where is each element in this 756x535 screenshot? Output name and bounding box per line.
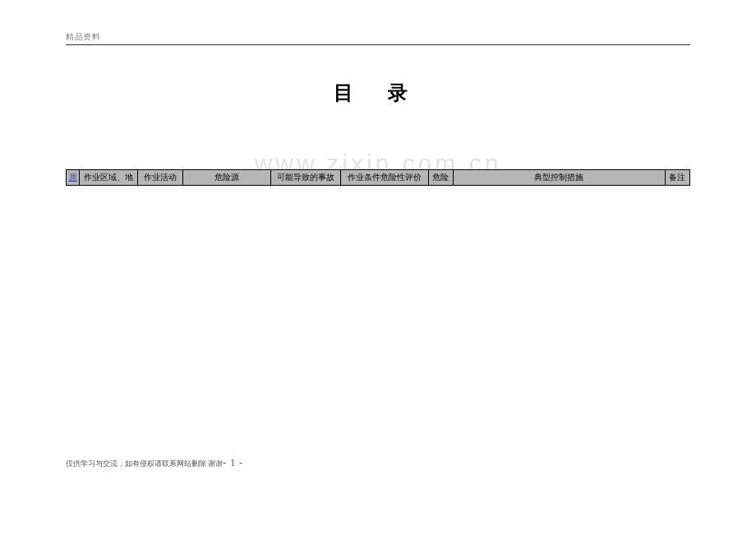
footer-text: 仅供学习与交流，如有侵权请联系网站删除 谢谢- 1 - [66,459,243,468]
footer-message: 仅供学习与交流，如有侵权请联系网站删除 谢谢 [66,459,223,468]
page-suffix: - [236,457,243,468]
contents-table: 原 作业区域、地 作业活动 危险源 可能导致的事故 作业条件危险性评价 危险 典… [66,169,690,186]
page-header: 精品资料 [0,0,756,48]
table-header-cell-evaluation: 作业条件危险性评价 [341,170,428,186]
table-header-cell-link[interactable]: 原 [67,170,80,186]
table-container: 原 作业区域、地 作业活动 危险源 可能导致的事故 作业条件危险性评价 危险 典… [66,169,690,186]
header-divider [66,44,690,45]
table-header-row: 原 作业区域、地 作业活动 危险源 可能导致的事故 作业条件危险性评价 危险 典… [67,170,690,186]
table-header-cell-hazard: 危险源 [183,170,270,186]
table-header-cell-measures: 典型控制措施 [453,170,665,186]
title-area: 目 录 [0,80,756,106]
table-header-cell-activity: 作业活动 [137,170,183,186]
header-label: 精品资料 [66,31,690,43]
table-header-cell-risk: 危险 [428,170,453,186]
page-footer: 仅供学习与交流，如有侵权请联系网站删除 谢谢- 1 - [66,454,243,469]
table-header-cell-accident: 可能导致的事故 [270,170,341,186]
page-prefix: - [223,457,230,468]
table-header-cell-area: 作业区域、地 [80,170,138,186]
page-title: 目 录 [334,80,422,106]
table-header-cell-remarks: 备注 [665,170,689,186]
